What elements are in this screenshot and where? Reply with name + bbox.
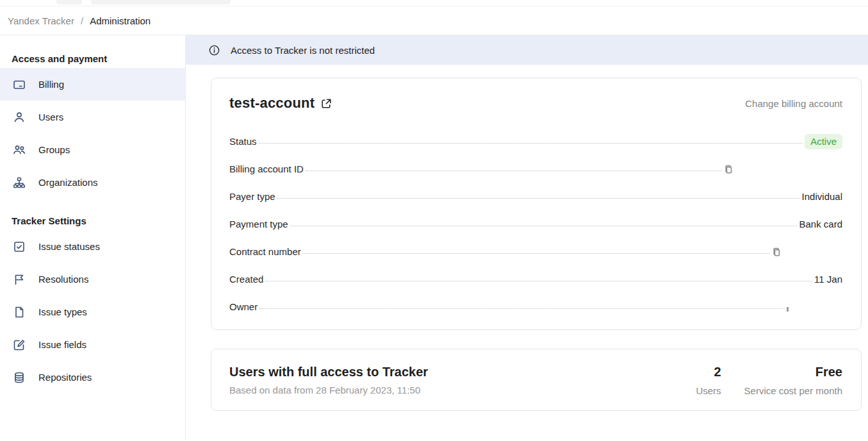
edit-square-icon bbox=[13, 338, 26, 351]
sidebar-item-label: Issue statuses bbox=[38, 241, 100, 252]
sidebar-item-label: Resolutions bbox=[38, 274, 88, 285]
org-chart-icon bbox=[13, 176, 26, 189]
row-payment-type: Payment type Bank card bbox=[229, 208, 842, 235]
breadcrumb-root-link[interactable]: Yandex Tracker bbox=[8, 15, 74, 26]
copy-icon[interactable] bbox=[772, 247, 782, 257]
dotted-leader bbox=[306, 171, 722, 171]
dotted-leader bbox=[290, 226, 798, 226]
sidebar-item-resolutions[interactable]: Resolutions bbox=[0, 263, 185, 295]
owner-value-fragment bbox=[787, 307, 789, 312]
cropped-header-element bbox=[91, 0, 231, 4]
breadcrumb-current: Administration bbox=[90, 15, 151, 26]
users-access-subtitle: Based on data from 28 February 2023, 11:… bbox=[229, 385, 696, 395]
row-contract-number: Contract number bbox=[229, 235, 842, 263]
billing-account-title: test-account bbox=[229, 95, 315, 112]
row-label: Owner bbox=[229, 301, 258, 318]
billing-account-card: test-account Change billing account Stat… bbox=[211, 78, 862, 330]
change-billing-account-button[interactable]: Change billing account bbox=[745, 98, 842, 109]
users-access-title: Users with full access to Tracker bbox=[229, 365, 696, 379]
credit-card-icon bbox=[13, 78, 26, 91]
row-status: Status Active bbox=[229, 125, 842, 153]
row-value: 11 Jan bbox=[814, 274, 842, 290]
external-link-icon[interactable] bbox=[321, 98, 332, 109]
sidebar-item-organizations[interactable]: Organizations bbox=[0, 166, 185, 199]
row-payer-type: Payer type Individual bbox=[229, 180, 842, 208]
stat-cost-label: Service cost per month bbox=[744, 385, 842, 396]
sidebar-item-issue-fields[interactable]: Issue fields bbox=[0, 328, 185, 361]
row-value: Bank card bbox=[799, 219, 842, 235]
stat-cost-value: Free bbox=[744, 365, 842, 379]
sidebar-item-label: Groups bbox=[38, 144, 70, 155]
sidebar-item-label: Issue types bbox=[38, 306, 87, 317]
sidebar-item-label: Billing bbox=[38, 79, 64, 90]
cropped-header-strip bbox=[0, 0, 868, 6]
sidebar-item-label: Users bbox=[38, 112, 63, 122]
row-label: Payment type bbox=[229, 219, 288, 235]
row-value: Individual bbox=[802, 191, 842, 208]
stat-users: 2 Users bbox=[696, 365, 721, 396]
dotted-leader bbox=[277, 198, 800, 199]
database-icon bbox=[13, 371, 26, 384]
row-billing-account-id: Billing account ID bbox=[229, 153, 842, 180]
dotted-leader bbox=[259, 308, 785, 309]
sidebar-item-label: Issue fields bbox=[38, 339, 86, 350]
billing-details-list: Status Active Billing account ID Payer bbox=[229, 125, 842, 318]
cropped-header-element bbox=[56, 0, 82, 4]
row-owner: Owner bbox=[229, 290, 842, 318]
info-icon bbox=[209, 45, 220, 56]
sidebar-section-tracker-settings: Tracker Settings bbox=[0, 215, 185, 230]
row-label: Contract number bbox=[229, 246, 301, 263]
admin-sidebar: Access and payment Billing Users Groups bbox=[0, 35, 186, 440]
main-panel: Access to Tracker is not restricted test… bbox=[186, 35, 868, 440]
sidebar-item-users[interactable]: Users bbox=[0, 101, 185, 133]
banner-text: Access to Tracker is not restricted bbox=[231, 45, 375, 56]
copy-icon[interactable] bbox=[724, 165, 733, 174]
row-created: Created 11 Jan bbox=[229, 263, 842, 290]
dotted-leader bbox=[259, 143, 803, 144]
status-badge: Active bbox=[805, 134, 842, 149]
document-icon bbox=[13, 306, 26, 319]
row-label: Status bbox=[229, 136, 257, 153]
access-info-banner: Access to Tracker is not restricted bbox=[186, 35, 868, 65]
sidebar-item-repositories[interactable]: Repositories bbox=[0, 361, 185, 394]
sidebar-item-issue-types[interactable]: Issue types bbox=[0, 295, 185, 328]
sidebar-item-billing[interactable]: Billing bbox=[0, 68, 185, 101]
row-label: Created bbox=[229, 274, 263, 290]
sidebar-item-issue-statuses[interactable]: Issue statuses bbox=[0, 230, 185, 263]
sidebar-section-access-payment: Access and payment bbox=[0, 53, 185, 68]
stat-cost: Free Service cost per month bbox=[744, 365, 842, 396]
row-label: Billing account ID bbox=[229, 163, 304, 180]
sidebar-item-groups[interactable]: Groups bbox=[0, 133, 185, 166]
checkbox-check-icon bbox=[13, 240, 26, 253]
users-access-card: Users with full access to Tracker Based … bbox=[211, 349, 862, 411]
sidebar-item-label: Repositories bbox=[38, 372, 92, 383]
dotted-leader bbox=[265, 281, 812, 281]
dotted-leader bbox=[303, 253, 770, 254]
stat-users-label: Users bbox=[696, 385, 721, 396]
sidebar-item-label: Organizations bbox=[38, 177, 98, 188]
flag-icon bbox=[13, 273, 26, 286]
stat-users-value: 2 bbox=[696, 365, 721, 379]
usage-stats: 2 Users Free Service cost per month bbox=[696, 365, 842, 396]
person-icon bbox=[13, 111, 26, 124]
breadcrumb: Yandex Tracker / Administration bbox=[0, 6, 868, 35]
row-label: Payer type bbox=[229, 191, 275, 208]
breadcrumb-separator: / bbox=[81, 15, 83, 26]
people-icon bbox=[13, 144, 26, 156]
